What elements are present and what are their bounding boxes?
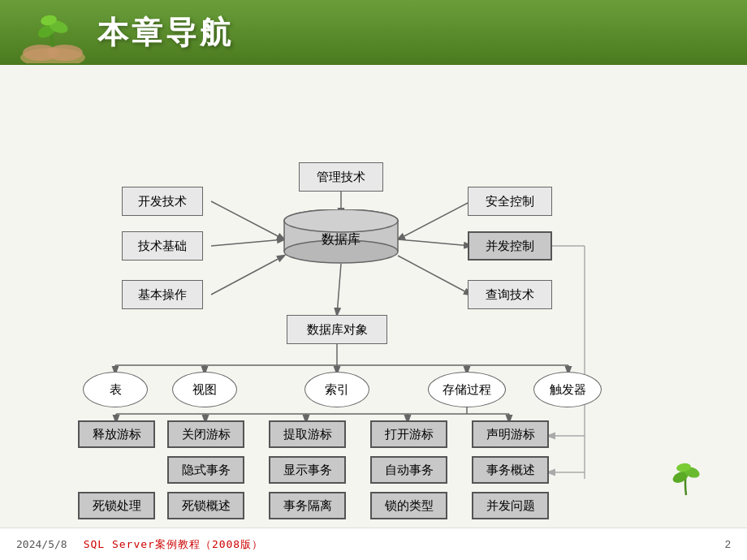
box-xianshi: 显示事务 <box>269 456 346 484</box>
box-shiwu: 事务概述 <box>472 456 549 484</box>
svg-line-8 <box>398 201 471 239</box>
oval-cunchu: 存储过程 <box>428 372 506 407</box>
box-jishu: 技术基础 <box>122 231 203 261</box>
footer: 2024/5/8 SQL Server案例教程（2008版） 2 <box>0 528 747 560</box>
box-bingfa: 并发控制 <box>468 231 552 261</box>
header: 本章导航 <box>0 0 747 65</box>
svg-line-12 <box>398 256 471 295</box>
box-guanli: 管理技术 <box>299 162 383 192</box>
database-node: 数据库 <box>280 209 402 265</box>
box-suoleixing: 锁的类型 <box>370 492 447 519</box>
box-dakai: 打开游标 <box>370 420 447 448</box>
oval-shitu: 视图 <box>172 372 237 407</box>
diagram: 数据库 开发技术 管理技术 安全控制 技术基础 基本操作 并发控制 查询技术 <box>32 81 715 503</box>
footer-book-title: SQL Server案例教程（2008版） <box>84 537 264 552</box>
oval-chufa: 触发器 <box>533 372 602 407</box>
svg-line-6 <box>211 201 284 239</box>
box-zidong: 自动事务 <box>370 456 447 484</box>
svg-line-10 <box>211 256 284 295</box>
box-anquan: 安全控制 <box>468 187 552 216</box>
svg-line-11 <box>398 239 471 246</box>
box-shifang: 释放游标 <box>78 420 155 448</box>
box-shiwugeli: 事务隔离 <box>269 492 346 519</box>
oval-suoyin: 索引 <box>304 372 369 407</box>
main-content: 数据库 开发技术 管理技术 安全控制 技术基础 基本操作 并发控制 查询技术 <box>0 65 747 528</box>
box-guanbi: 关闭游标 <box>167 420 244 448</box>
box-sisuogaishu: 死锁概述 <box>167 492 244 519</box>
box-bingfawenti: 并发问题 <box>472 492 549 519</box>
box-kaifa: 开发技术 <box>122 187 203 216</box>
box-tiqu: 提取游标 <box>269 420 346 448</box>
box-jiben: 基本操作 <box>122 280 203 309</box>
box-shengming: 声明游标 <box>472 420 549 448</box>
header-plant-icon <box>16 2 89 63</box>
svg-line-13 <box>337 264 341 315</box>
footer-page: 2 <box>725 538 731 550</box>
svg-point-38 <box>284 209 398 232</box>
svg-text:数据库: 数据库 <box>322 232 361 246</box>
plant-decoration-icon <box>666 454 706 499</box>
box-chaxun: 查询技术 <box>468 280 552 309</box>
footer-date: 2024/5/8 <box>16 538 67 550</box>
box-duixiang: 数据库对象 <box>287 315 387 344</box>
oval-biao: 表 <box>83 372 148 407</box>
box-yinshi: 隐式事务 <box>167 456 244 484</box>
box-sisuo: 死锁处理 <box>78 492 155 519</box>
svg-line-9 <box>211 239 284 246</box>
page-title: 本章导航 <box>97 12 234 54</box>
